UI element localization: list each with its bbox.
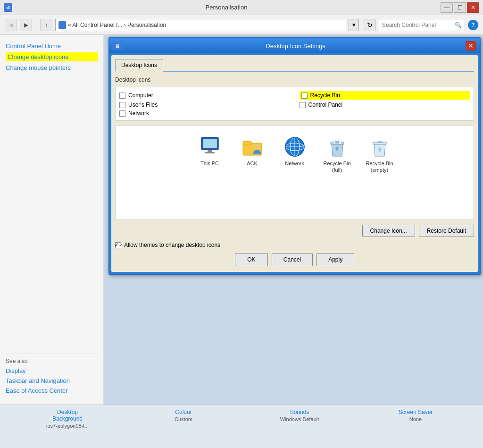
icon-network[interactable]: Network	[278, 135, 311, 174]
icons-section: This PC	[115, 126, 474, 220]
search-icon[interactable]: 🔍	[455, 22, 462, 28]
tab-bar: Desktop Icons	[115, 59, 474, 72]
checkbox-recycle-bin: Recycle Bin	[300, 91, 470, 100]
bottom-sounds-subtitle: Windows Default	[280, 416, 319, 422]
bottom-bar: DesktopBackground ios7-polygon08-l... Co…	[0, 405, 483, 448]
svg-rect-17	[339, 140, 341, 144]
icons-grid: This PC	[120, 131, 469, 178]
app-icon: 🖥	[4, 3, 12, 12]
bottom-item-sounds[interactable]: Sounds Windows Default	[276, 409, 323, 422]
forward-button[interactable]: ▶	[20, 19, 32, 31]
allow-themes-row: ✓ Allow themes to change desktop icons	[115, 242, 474, 248]
dialog-close-button[interactable]: ✕	[466, 41, 476, 51]
svg-rect-2	[203, 139, 217, 148]
title-bar: 🖥 Personalisation — ☐ ✕	[0, 0, 483, 15]
bottom-colour-subtitle: Custom	[175, 416, 192, 422]
window-close-button[interactable]: ✕	[467, 2, 479, 13]
desktop-icons-label: Desktop icons	[115, 76, 474, 83]
bottom-item-colour[interactable]: Colour Custom	[160, 409, 207, 422]
svg-rect-4	[205, 152, 215, 153]
svg-rect-19	[378, 141, 382, 143]
search-box[interactable]: 🔍	[379, 19, 465, 31]
apply-button[interactable]: Apply	[316, 253, 354, 266]
address-bar[interactable]: « All Control Panel I... › Personalisati…	[55, 19, 346, 31]
sidebar-item-taskbar[interactable]: Taskbar and Navigation	[6, 377, 98, 384]
dialog-icon: 🖥	[113, 42, 122, 50]
cb-control-panel[interactable]	[300, 102, 306, 108]
sidebar-top: Control Panel Home Change desktop icons …	[6, 42, 98, 344]
title-bar-buttons: — ☐ ✕	[441, 2, 479, 13]
content-area: 🖥 Desktop Icon Settings ✕ Desktop Icons …	[104, 35, 483, 405]
bottom-desktop-bg-subtitle: ios7-polygon08-l...	[46, 423, 89, 429]
cb-recycle-bin[interactable]	[301, 93, 308, 99]
network-icon	[283, 135, 306, 158]
icon-this-pc[interactable]: This PC	[193, 135, 226, 174]
main-layout: Control Panel Home Change desktop icons …	[0, 35, 483, 405]
nav-separator	[36, 20, 36, 30]
title-bar-left: 🖥	[4, 3, 12, 12]
checkbox-computer: Computer	[119, 91, 290, 100]
address-bar-icon	[58, 21, 66, 29]
dialog: 🖥 Desktop Icon Settings ✕ Desktop Icons …	[108, 37, 481, 275]
allow-themes-label: Allow themes to change desktop icons	[124, 242, 220, 248]
bottom-screensaver-title[interactable]: Screen Saver	[399, 409, 433, 415]
maximize-button[interactable]: ☐	[454, 2, 466, 13]
svg-rect-6	[243, 141, 251, 145]
bottom-sounds-title[interactable]: Sounds	[290, 409, 309, 415]
bottom-desktop-bg-title[interactable]: DesktopBackground	[52, 409, 83, 422]
refresh-button[interactable]: ↻	[364, 19, 376, 31]
cb-label-recycle-bin: Recycle Bin	[310, 92, 340, 99]
icon-label-this-pc: This PC	[200, 160, 219, 167]
search-input[interactable]	[382, 22, 453, 28]
cb-label-control-panel: Control Panel	[308, 101, 343, 108]
allow-themes-checkbox[interactable]: ✓	[115, 242, 121, 248]
dialog-buttons-row: Change Icon... Restore Default	[115, 225, 474, 237]
icon-ack[interactable]: ACK	[236, 135, 269, 174]
sidebar-bottom: See also Display Taskbar and Navigation …	[6, 344, 98, 397]
recycle-empty-icon	[368, 135, 391, 158]
sidebar-item-display[interactable]: Display	[6, 367, 98, 374]
address-dropdown[interactable]: ▾	[349, 19, 359, 31]
icon-recycle-empty[interactable]: Recycle Bin (empty)	[363, 135, 396, 174]
checkbox-network: Network	[119, 110, 290, 117]
bottom-screensaver-subtitle: None	[409, 416, 422, 422]
sidebar: Control Panel Home Change desktop icons …	[0, 35, 104, 405]
icon-label-ack: ACK	[247, 160, 258, 167]
address-text: « All Control Panel I... › Personalisati…	[68, 22, 166, 28]
ack-icon	[241, 135, 264, 158]
sidebar-item-ease-of-access[interactable]: Ease of Access Center	[6, 387, 98, 394]
tab-desktop-icons[interactable]: Desktop Icons	[115, 59, 163, 72]
sidebar-item-change-mouse-pointers[interactable]: Change mouse pointers	[6, 64, 98, 71]
see-also-label: See also	[6, 358, 98, 364]
minimize-button[interactable]: —	[441, 2, 453, 13]
ok-button[interactable]: OK	[235, 253, 268, 266]
svg-point-7	[255, 144, 259, 149]
back-button[interactable]: ◀	[5, 19, 17, 31]
cancel-button[interactable]: Cancel	[272, 253, 313, 266]
bottom-colour-title[interactable]: Colour	[175, 409, 192, 415]
svg-rect-16	[333, 140, 335, 144]
sidebar-divider	[6, 354, 98, 354]
this-pc-icon	[199, 135, 221, 158]
sidebar-item-control-panel-home[interactable]: Control Panel Home	[6, 42, 98, 50]
bottom-item-screen-saver[interactable]: Screen Saver None	[392, 409, 439, 422]
cb-computer[interactable]	[119, 93, 125, 99]
dialog-title-bar: 🖥 Desktop Icon Settings ✕	[109, 38, 480, 53]
cb-label-computer: Computer	[128, 92, 153, 99]
checkbox-users-files: User's Files	[119, 101, 290, 108]
cb-label-users-files: User's Files	[128, 101, 158, 108]
cb-label-network: Network	[128, 110, 149, 117]
icon-recycle-full[interactable]: Recycle Bin (full)	[321, 135, 354, 174]
bottom-item-desktop-bg[interactable]: DesktopBackground ios7-polygon08-l...	[44, 409, 91, 429]
recycle-full-icon	[326, 135, 349, 158]
cb-network[interactable]	[119, 110, 125, 117]
icon-label-network: Network	[285, 160, 304, 167]
svg-rect-3	[208, 150, 212, 152]
sidebar-item-change-desktop-icons[interactable]: Change desktop icons	[6, 52, 98, 61]
up-button[interactable]: ↑	[40, 19, 52, 31]
dialog-title: Desktop Icon Settings	[125, 42, 466, 50]
help-button[interactable]: ?	[468, 20, 478, 30]
change-icon-button[interactable]: Change Icon...	[362, 225, 415, 237]
cb-users-files[interactable]	[119, 102, 125, 108]
restore-default-button[interactable]: Restore Default	[419, 225, 474, 237]
